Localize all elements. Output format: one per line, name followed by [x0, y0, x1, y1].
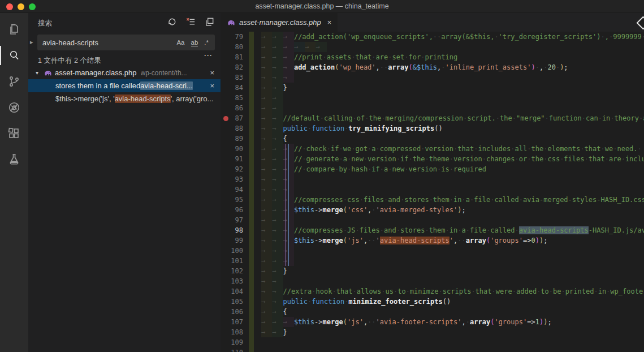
collapse-all-icon[interactable]: [204, 16, 215, 29]
code-line[interactable]: 97→→→: [221, 215, 644, 225]
code-line[interactable]: 92→→→//·compare·by·hash·if·a·new·version…: [221, 164, 644, 174]
line-number[interactable]: 100: [221, 246, 249, 256]
code-line-content: →→→: [249, 256, 644, 266]
extensions-icon[interactable]: [0, 121, 28, 147]
line-number[interactable]: 89: [221, 134, 249, 144]
code-line[interactable]: 109: [221, 337, 644, 347]
code-line[interactable]: 105→→public·function·minimize_footer_scr…: [221, 297, 644, 307]
code-line[interactable]: 93→→→: [221, 174, 644, 184]
code-line[interactable]: 102→→}: [221, 266, 644, 276]
search-input[interactable]: [37, 38, 176, 47]
line-number[interactable]: 88: [221, 123, 249, 134]
line-number[interactable]: 80: [221, 42, 249, 52]
toggle-replace-chevron-icon[interactable]: ▸: [30, 38, 33, 46]
indent-guide-active: [288, 144, 289, 154]
code-line[interactable]: 79→→→//add_action('wp_enqueue_scripts',·…: [221, 32, 644, 42]
code-line-content: →→→//compresses·JS·files·and·stores·them…: [249, 225, 644, 235]
code-line[interactable]: 106→→{: [221, 307, 644, 317]
code-line[interactable]: 81→→→//print·assets·that·are·set·for·pri…: [221, 52, 644, 62]
code-line[interactable]: 95→→→//compresses·css·files·and·stores·t…: [221, 195, 644, 205]
code-line[interactable]: 104→→//extra·hook·that·allows·us·to·mini…: [221, 286, 644, 297]
dismiss-file-icon[interactable]: ×: [210, 68, 214, 77]
code-line[interactable]: 107→→→$this->merge('js',··'avia-footer-s…: [221, 317, 644, 327]
line-number[interactable]: 83: [221, 72, 249, 83]
match-case-toggle[interactable]: Aa: [176, 39, 184, 46]
code-line[interactable]: 98→→→//compresses·JS·files·and·stores·th…: [221, 225, 644, 235]
refresh-icon[interactable]: [167, 16, 178, 29]
line-number[interactable]: 94: [221, 184, 249, 195]
line-number[interactable]: 105: [221, 297, 249, 307]
line-number[interactable]: 82: [221, 62, 249, 72]
code-line[interactable]: 91→→→//·generate·a·new·version·if·the·th…: [221, 154, 644, 164]
run-debug-icon[interactable]: [0, 95, 28, 121]
line-number[interactable]: 84: [221, 83, 249, 93]
code-line[interactable]: 83→→→: [221, 72, 644, 83]
code-line[interactable]: 103→→: [221, 276, 644, 286]
code-line[interactable]: 87→→//default·calling·of·the·merging/com…: [221, 113, 644, 123]
search-box[interactable]: Aa ab .*: [37, 35, 215, 50]
testing-beaker-icon[interactable]: [0, 147, 28, 173]
line-number[interactable]: 101: [221, 256, 249, 266]
code-line[interactable]: 84→→}: [221, 83, 644, 93]
line-number[interactable]: 106: [221, 307, 249, 317]
tab-asset-manager[interactable]: asset-manager.class.php ×: [221, 13, 338, 32]
search-result-item[interactable]: stores them in a file called avia-head-s…: [28, 79, 221, 92]
line-number[interactable]: 95: [221, 195, 249, 205]
editor-action-icon[interactable]: [636, 16, 644, 29]
line-number[interactable]: 93: [221, 174, 249, 184]
line-number[interactable]: 97: [221, 215, 249, 225]
close-tab-icon[interactable]: ×: [327, 18, 332, 27]
breakpoint-icon[interactable]: [223, 116, 228, 121]
line-number[interactable]: 90: [221, 144, 249, 154]
code-line[interactable]: 110: [221, 347, 644, 352]
line-number[interactable]: 110: [221, 347, 249, 352]
indent-guide: [285, 164, 286, 174]
line-number[interactable]: 85: [221, 93, 249, 103]
code-line-content: →→public·function·minimize_footer_script…: [249, 297, 644, 307]
code-line-content: [249, 337, 644, 347]
code-line[interactable]: 94→→→: [221, 184, 644, 195]
code-line[interactable]: 90→→→//·check·if·we·got·a·compressed·ver…: [221, 144, 644, 154]
search-result-item[interactable]: $this->merge('js', 'avia-head-scripts', …: [28, 92, 221, 105]
code-line[interactable]: 82→→→add_action('wp_head',··array(&$this…: [221, 62, 644, 72]
code-line[interactable]: 85→→: [221, 93, 644, 103]
line-number[interactable]: 107: [221, 317, 249, 327]
explorer-icon[interactable]: [0, 16, 28, 42]
line-number[interactable]: 103: [221, 276, 249, 286]
whole-word-toggle[interactable]: ab: [191, 39, 198, 46]
code-line[interactable]: 108→→}: [221, 327, 644, 337]
line-number[interactable]: 86: [221, 103, 249, 113]
code-line[interactable]: 96→→→$this->merge('css',·'avia-merged-st…: [221, 205, 644, 215]
source-control-icon[interactable]: [0, 68, 28, 95]
line-number[interactable]: 91: [221, 154, 249, 164]
regex-toggle[interactable]: .*: [204, 39, 209, 46]
code-line[interactable]: 86→→: [221, 103, 644, 113]
line-number[interactable]: 96: [221, 205, 249, 215]
line-number[interactable]: 104: [221, 286, 249, 297]
line-number[interactable]: 87: [221, 113, 249, 123]
line-number[interactable]: 79: [221, 32, 249, 42]
window-title: asset-manager.class.php — china_teatime: [0, 0, 644, 12]
dismiss-result-icon[interactable]: ×: [210, 81, 214, 90]
code-line[interactable]: 88→→public·function·try_minifying_script…: [221, 123, 644, 134]
line-number[interactable]: 81: [221, 52, 249, 62]
code-line[interactable]: 100→→→: [221, 246, 644, 256]
line-number[interactable]: 109: [221, 337, 249, 347]
line-number[interactable]: 92: [221, 164, 249, 174]
toggle-search-details[interactable]: ⋯: [204, 50, 213, 61]
code-line-content: →→→$this->merge('css',·'avia-merged-styl…: [249, 205, 644, 215]
code-line[interactable]: 80→→→→→→: [221, 42, 644, 52]
line-number[interactable]: 102: [221, 266, 249, 276]
line-number[interactable]: 98: [221, 225, 249, 235]
line-number[interactable]: 99: [221, 235, 249, 246]
clear-search-results-icon[interactable]: [185, 16, 196, 29]
code-line[interactable]: 99→→→$this->merge('js',··'avia-head-scri…: [221, 235, 644, 246]
line-number[interactable]: 108: [221, 327, 249, 337]
indent-guide-active: [288, 154, 289, 164]
search-icon[interactable]: [0, 42, 28, 68]
result-file-row[interactable]: ▾ asset-manager.class.php wp-content/th.…: [28, 66, 221, 79]
code-line[interactable]: 101→→→: [221, 256, 644, 266]
code-line[interactable]: 89→→{: [221, 134, 644, 144]
code-area[interactable]: 79→→→//add_action('wp_enqueue_scripts',·…: [221, 32, 644, 352]
expand-twist-icon[interactable]: ▾: [36, 70, 44, 76]
